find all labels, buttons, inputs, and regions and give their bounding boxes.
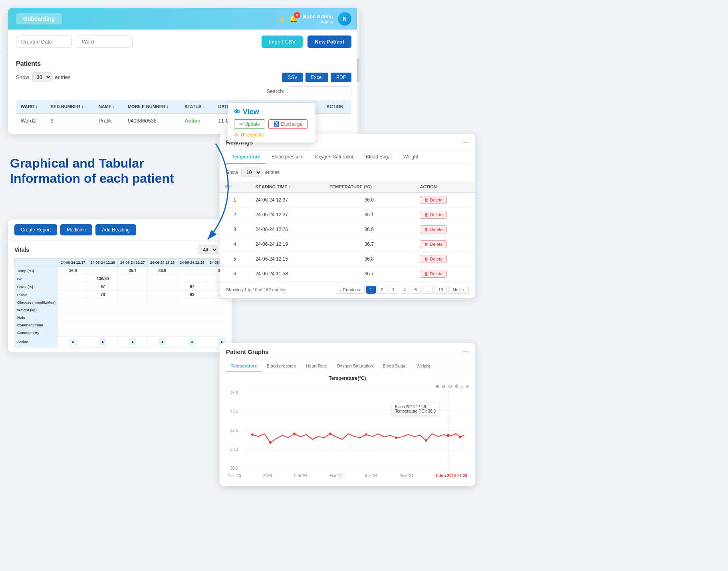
import-csv-button[interactable]: Import CSV bbox=[262, 36, 303, 48]
page-btn-5[interactable]: 5 bbox=[411, 286, 421, 294]
x-label-3: Feb '24 bbox=[294, 474, 307, 478]
filters-bar: Import CSV New Patient bbox=[8, 30, 359, 54]
search-input[interactable] bbox=[288, 86, 351, 96]
action-btn-4[interactable]: ● bbox=[147, 337, 177, 348]
action-btn-2[interactable]: ● bbox=[88, 337, 118, 348]
graphs-panel: Patient Graphs — Temperature Blood press… bbox=[220, 343, 475, 486]
bell-icon[interactable]: 🔔 0 bbox=[289, 14, 298, 23]
graph-tab-temperature[interactable]: Temperature bbox=[226, 360, 262, 372]
action-icon-4[interactable]: ● bbox=[159, 338, 166, 346]
tab-weight[interactable]: Weight bbox=[398, 151, 424, 164]
ward-input[interactable] bbox=[77, 36, 133, 48]
update-label: Update bbox=[244, 121, 260, 127]
page-btn-4[interactable]: 4 bbox=[400, 286, 409, 294]
add-reading-button[interactable]: Add Reading bbox=[95, 224, 136, 235]
readings-entries-label: entries bbox=[265, 170, 280, 175]
graph-tab-weight[interactable]: Weight bbox=[412, 360, 435, 372]
page-btn-2[interactable]: 2 bbox=[377, 286, 387, 294]
vitals-table-scroll[interactable]: 24-06-24 12:37 24-06-24 12:28 24-06-24 1… bbox=[14, 258, 225, 348]
zoom-in-icon[interactable]: ⊕ bbox=[435, 383, 439, 389]
th-bed-number[interactable]: BED NUMBER ↕ bbox=[46, 100, 93, 113]
th-name[interactable]: NAME ↕ bbox=[94, 100, 123, 113]
scrollbar-track[interactable] bbox=[357, 8, 359, 134]
next-page-button[interactable]: Next › bbox=[448, 286, 469, 294]
tab-blood-pressure[interactable]: Blood pressure bbox=[266, 151, 309, 164]
action-btn-5[interactable]: ● bbox=[177, 337, 207, 348]
view-button[interactable]: 👁 View bbox=[234, 108, 309, 116]
vitals-th-1: 24-06-24 12:37 bbox=[58, 259, 88, 267]
r5-action: 🗑 Delete bbox=[414, 252, 475, 267]
tab-oxygen-saturation[interactable]: Oxygen Saturation bbox=[309, 151, 360, 164]
rth-reading-time[interactable]: READING TIME ↕ bbox=[250, 181, 324, 193]
svg-point-10 bbox=[365, 433, 367, 436]
pagination-buttons: ‹ Previous 1 2 3 4 5 ... 19 Next › bbox=[336, 286, 469, 294]
graphs-close-icon[interactable]: — bbox=[462, 348, 469, 355]
action-btn-3[interactable]: ● bbox=[118, 337, 148, 348]
new-patient-button[interactable]: New Patient bbox=[307, 36, 351, 48]
graph-tab-oxygen[interactable]: Oxygen Saturation bbox=[332, 360, 378, 372]
delete-btn-6[interactable]: 🗑 Delete bbox=[420, 270, 447, 278]
y-axis-labels: 45.0 42.5 37.5 33.8 30.0 bbox=[224, 391, 238, 470]
page-btn-3[interactable]: 3 bbox=[389, 286, 398, 294]
x-label-2: 2024 bbox=[263, 474, 272, 478]
discharge-button[interactable]: ♿ Discharge bbox=[268, 119, 307, 129]
graph-tab-heart-rate[interactable]: Heart Rate bbox=[301, 360, 332, 372]
svg-point-8 bbox=[293, 433, 296, 435]
delete-btn-2[interactable]: 🗑 Delete bbox=[420, 211, 447, 219]
rth-id[interactable]: ID ↕ bbox=[220, 181, 250, 193]
home-icon[interactable]: ⌂ bbox=[461, 383, 464, 389]
action-icon-3[interactable]: ● bbox=[129, 338, 136, 346]
zoom-reset-icon[interactable]: ⊙ bbox=[448, 383, 452, 389]
action-btn-1[interactable]: ● bbox=[58, 337, 88, 348]
prev-page-button[interactable]: ‹ Previous bbox=[336, 286, 365, 294]
dark-mode-icon[interactable]: 🌙 bbox=[276, 15, 284, 23]
readings-entries-select[interactable]: 10 25 50 bbox=[241, 168, 262, 177]
th-mobile[interactable]: MOBILE NUMBER ↕ bbox=[123, 100, 180, 113]
th-status[interactable]: STATUS ↕ bbox=[180, 100, 213, 113]
th-ward[interactable]: WARD ↕ bbox=[16, 100, 46, 113]
action-icon-2[interactable]: ● bbox=[99, 338, 106, 346]
onboarding-button[interactable]: Onboarding bbox=[16, 13, 62, 24]
created-date-input[interactable] bbox=[16, 36, 72, 48]
create-report-button[interactable]: Create Report bbox=[14, 224, 57, 235]
action-icon-1[interactable]: ● bbox=[69, 338, 77, 346]
scrollbar-thumb[interactable] bbox=[357, 58, 359, 82]
glucose-1 bbox=[58, 299, 88, 306]
graph-tab-blood-sugar[interactable]: Blood Sugar bbox=[378, 360, 412, 372]
y-label-3: 37.5 bbox=[224, 429, 238, 433]
page-btn-1[interactable]: 1 bbox=[366, 286, 376, 294]
export-buttons: CSV Excel PDF bbox=[282, 73, 351, 82]
tab-temperature[interactable]: Temperature bbox=[226, 151, 266, 164]
pan-icon[interactable]: ✥ bbox=[454, 383, 458, 389]
readings-close-icon[interactable]: — bbox=[462, 138, 469, 146]
update-button[interactable]: ✏ Update bbox=[234, 119, 265, 129]
delete-btn-1[interactable]: 🗑 Delete bbox=[420, 196, 447, 204]
graph-tab-bp[interactable]: Blood pressure bbox=[262, 360, 301, 372]
readings-header-row: ID ↕ READING TIME ↕ TEMPERATURE (°C) ↕ A… bbox=[220, 181, 475, 193]
delete-btn-5[interactable]: 🗑 Delete bbox=[420, 255, 447, 263]
delete-btn-4[interactable]: 🗑 Delete bbox=[420, 240, 447, 248]
page-btn-19[interactable]: 19 bbox=[434, 286, 446, 294]
excel-button[interactable]: Excel bbox=[305, 73, 328, 82]
action-icon-5[interactable]: ● bbox=[188, 338, 196, 346]
csv-button[interactable]: CSV bbox=[282, 73, 303, 82]
pdf-button[interactable]: PDF bbox=[331, 73, 351, 82]
r5-id: 5 bbox=[220, 252, 250, 267]
entries-select[interactable]: 30 10 50 bbox=[32, 72, 52, 82]
rth-action: ACTION bbox=[414, 181, 475, 193]
vitals-th-label bbox=[15, 259, 58, 267]
rth-temperature[interactable]: TEMPERATURE (°C) ↕ bbox=[324, 181, 414, 193]
thresholds-button[interactable]: ⚙ Thresholds bbox=[234, 132, 264, 138]
hero-title: Graphical and Tabular Information of eac… bbox=[10, 156, 214, 186]
label-glucose: Glucose (mmol/L/Mea) bbox=[15, 299, 58, 306]
x-axis-labels: Dec '23 2024 Feb '24 Mar '24 Apr '24 May… bbox=[224, 472, 471, 482]
tab-blood-sugar[interactable]: Blood Sugar bbox=[360, 151, 398, 164]
user-avatar[interactable]: N bbox=[338, 12, 351, 26]
save-icon[interactable]: ≡ bbox=[466, 383, 469, 389]
delete-btn-3[interactable]: 🗑 Delete bbox=[420, 225, 447, 233]
medicine-button[interactable]: Medicine bbox=[60, 224, 92, 235]
vitals-filter-select[interactable]: All bbox=[198, 245, 218, 254]
cell-bed: 3 bbox=[46, 113, 93, 128]
r4-val: 36.7 bbox=[324, 237, 414, 252]
zoom-out-icon[interactable]: ⊖ bbox=[442, 383, 446, 389]
